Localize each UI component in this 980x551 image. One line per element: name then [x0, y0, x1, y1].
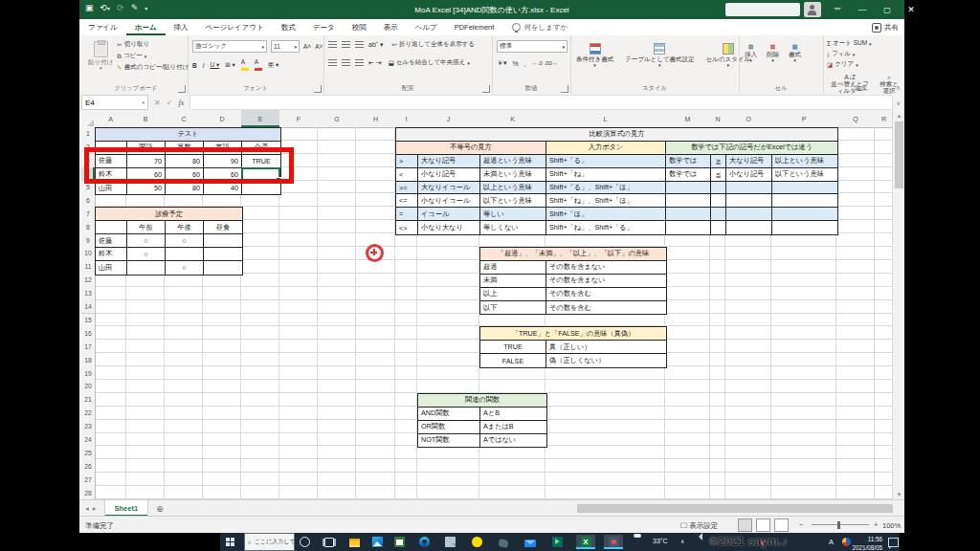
row-header-14[interactable]: 14 [81, 300, 96, 315]
screen-recorder-taskbar-icon[interactable] [604, 535, 623, 549]
table-cell[interactable]: <= [396, 194, 418, 208]
currency-icon[interactable]: ￥▾ [497, 58, 507, 68]
table-cell[interactable]: Aではない [480, 434, 546, 448]
table-cell[interactable]: 真（正しい） [546, 341, 666, 354]
clock[interactable]: 11:56 2021/08/05 [852, 536, 882, 551]
table-cell[interactable] [96, 221, 127, 234]
column-header-G[interactable]: G [318, 110, 357, 128]
column-header-A[interactable]: A [95, 110, 127, 128]
table-cell[interactable] [772, 221, 837, 234]
kanren-table-title[interactable]: 関連の関数 [418, 394, 546, 408]
font-color-icon[interactable]: A [255, 58, 262, 72]
collapse-ribbon-icon[interactable]: ∧ [896, 84, 901, 92]
table-cell[interactable] [666, 208, 711, 221]
table-cell[interactable] [726, 194, 772, 208]
number-dialog-launcher[interactable] [561, 85, 568, 93]
minimize-button[interactable]: — [850, 0, 875, 19]
normal-view-icon[interactable] [738, 518, 752, 532]
row-header-9[interactable]: 9 [81, 233, 96, 248]
ribbon-tab-ファイル[interactable]: ファイル [79, 19, 126, 35]
column-header-K[interactable]: K [479, 110, 546, 128]
merge-center-button[interactable]: ⬓セルを結合して中央揃え▾ [389, 58, 470, 67]
fill-color-icon[interactable]: A [241, 58, 249, 72]
table-cell[interactable] [772, 182, 837, 195]
table-cell[interactable] [204, 261, 242, 275]
row-header-22[interactable]: 22 [81, 407, 96, 421]
cortana-taskbar-icon[interactable] [295, 535, 314, 549]
column-header-P[interactable]: P [771, 110, 837, 128]
number-format-select[interactable]: 標準▾ [497, 40, 568, 53]
ribbon-display-options-icon[interactable]: ⌤ [825, 0, 850, 19]
table-cell[interactable]: 以上という意味 [480, 182, 546, 195]
table-cell[interactable] [666, 182, 711, 195]
clear-button[interactable]: ◪クリア ▾ [827, 60, 872, 69]
table-cell[interactable]: その数を含まない [546, 275, 666, 288]
table-cell[interactable] [127, 261, 166, 275]
table-cell[interactable]: <> [396, 221, 418, 234]
phonetic-icon[interactable]: 亜 ▾ [268, 61, 279, 70]
test-table-title[interactable]: テスト [96, 128, 280, 142]
italic-button[interactable]: I [203, 62, 205, 69]
row-header-12[interactable]: 12 [81, 274, 96, 288]
table-cell[interactable] [726, 208, 772, 221]
underline-button[interactable]: U ▾ [211, 61, 220, 69]
table-cell[interactable] [772, 194, 837, 208]
yellow-app-taskbar-icon[interactable] [467, 535, 486, 549]
table-cell[interactable]: < [396, 168, 418, 182]
cancel-icon[interactable]: ✕ [154, 99, 161, 107]
column-header-O[interactable]: O [725, 110, 772, 128]
table-cell[interactable]: 小なり大なり [418, 221, 480, 234]
column-header-D[interactable]: D [203, 110, 242, 128]
table-cell[interactable]: ○ [166, 261, 204, 275]
table-cell[interactable]: 数学では下記の記号だがExcelでは違う [666, 142, 837, 155]
table-cell[interactable]: >= [396, 182, 418, 195]
insert-function-icon[interactable]: fx [178, 99, 184, 107]
name-box[interactable]: E4▾ [81, 95, 148, 110]
scroll-up-icon[interactable]: ▲ [893, 110, 904, 119]
grow-font-icon[interactable]: A˄ [303, 43, 311, 50]
copy-button[interactable]: ⧉コピー▾ [117, 52, 146, 60]
table-cell[interactable] [666, 221, 711, 234]
font-dialog-launcher[interactable] [314, 85, 322, 93]
align-bottom-icon[interactable] [355, 41, 364, 48]
ribbon-tab-ページレイアウト[interactable]: ページレイアウト [197, 19, 273, 35]
ribbon-tab-ヘルプ[interactable]: ヘルプ [407, 19, 446, 35]
table-cell[interactable]: AND関数 [418, 408, 480, 421]
table-cell[interactable]: NOT関数 [418, 434, 480, 448]
taskbar-search-input[interactable]: ⌕ ここに入力して検索 [244, 533, 295, 551]
table-cell[interactable]: 等しい [480, 208, 546, 221]
share-app-taskbar-icon[interactable] [547, 535, 567, 549]
column-header-B[interactable]: B [126, 110, 166, 128]
table-cell[interactable]: 以下という意味 [772, 168, 837, 182]
ribbon-tab-数式[interactable]: 数式 [273, 19, 304, 35]
row-header-16[interactable]: 16 [81, 326, 96, 341]
shinryo-table-title[interactable]: 診療予定 [96, 208, 242, 221]
row-header-1[interactable]: 1 [81, 127, 96, 142]
table-cell[interactable]: Shift+「る」、Shift+「ほ」 [546, 182, 666, 195]
column-header-R[interactable]: R [875, 110, 894, 128]
row-header-19[interactable]: 19 [81, 366, 96, 381]
row-header-10[interactable]: 10 [81, 247, 96, 261]
column-header-C[interactable]: C [165, 110, 204, 128]
task-view-taskbar-icon[interactable] [320, 535, 339, 549]
table-cell[interactable] [204, 248, 242, 261]
column-header-N[interactable]: N [710, 110, 726, 128]
color-ball-icon[interactable] [842, 538, 851, 546]
row-header-21[interactable]: 21 [81, 393, 96, 408]
table-cell[interactable]: > [396, 155, 418, 168]
table-cell[interactable] [772, 208, 837, 221]
conditional-formatting-button[interactable]: 条件付き書式▾ [576, 43, 613, 69]
table-cell[interactable]: 小なりイコール [418, 194, 480, 208]
table-cell[interactable]: ○ [166, 234, 204, 248]
ribbon-tab-PDFelement[interactable]: PDFelement [446, 19, 503, 35]
comma-icon[interactable]: , [524, 60, 526, 67]
row-header-7[interactable]: 7 [81, 207, 96, 221]
ribbon-tab-データ[interactable]: データ [304, 19, 344, 35]
table-cell[interactable]: 以上 [480, 288, 546, 301]
page-layout-view-icon[interactable] [756, 518, 770, 532]
zoom-slider-thumb[interactable] [837, 521, 840, 529]
table-cell[interactable]: 未満 [480, 275, 546, 288]
row-header-26[interactable]: 26 [81, 459, 96, 474]
align-top-icon[interactable] [328, 41, 337, 48]
indent-icons[interactable]: ⇤ ⇥ [368, 59, 382, 67]
